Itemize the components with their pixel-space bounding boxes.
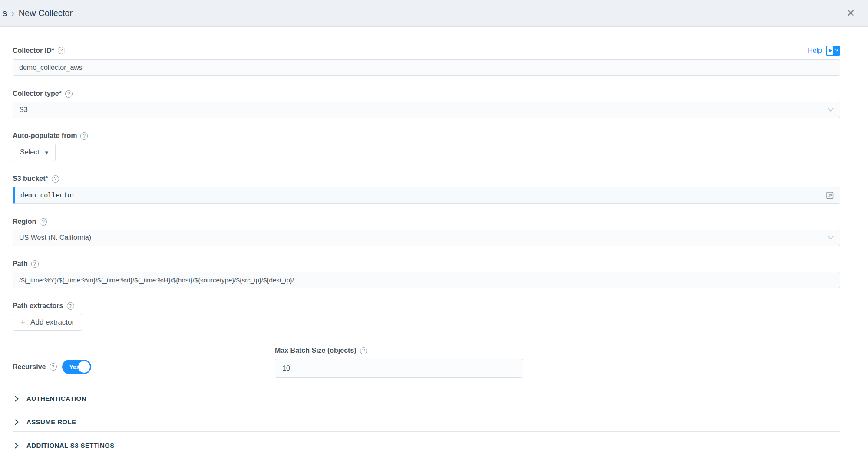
section-assume-role[interactable]: ASSUME ROLE [13, 413, 840, 432]
collector-type-label: Collector type* ? [13, 90, 73, 98]
auto-populate-label: Auto-populate from ? [13, 132, 88, 140]
s3-bucket-label: S3 bucket* ? [13, 175, 59, 183]
region-help-icon[interactable]: ? [40, 218, 47, 226]
section-authentication-label: AUTHENTICATION [26, 395, 86, 402]
recursive-label: Recursive ? [13, 363, 57, 371]
collector-id-input[interactable] [13, 59, 840, 76]
recursive-label-text: Recursive [13, 363, 46, 371]
collector-type-help-icon[interactable]: ? [65, 90, 73, 98]
toggle-knob [78, 361, 90, 373]
max-batch-size-label-text: Max Batch Size (objects) [275, 347, 356, 354]
add-extractor-label: Add extractor [30, 318, 74, 327]
help-link[interactable]: Help ? [808, 46, 840, 56]
chevron-right-icon [13, 419, 20, 425]
max-batch-size-field: Max Batch Size (objects) ? [275, 347, 523, 378]
plus-icon: + [20, 318, 25, 326]
collector-id-help-icon[interactable]: ? [58, 47, 65, 54]
help-panel-play-icon [827, 46, 833, 55]
form-body: Collector ID* ? Help ? Collector type* ? [0, 27, 868, 455]
path-extractors-help-icon[interactable]: ? [67, 302, 74, 310]
collector-type-label-text: Collector type* [13, 90, 62, 98]
auto-populate-select-button[interactable]: Select ▾ [13, 144, 56, 161]
s3-bucket-input[interactable] [13, 187, 840, 204]
expand-editor-icon[interactable] [825, 190, 835, 201]
path-help-icon[interactable]: ? [31, 260, 39, 268]
help-panel-icon: ? [826, 46, 840, 56]
breadcrumb: s › New Collector [3, 8, 73, 18]
auto-populate-select-label: Select [20, 148, 39, 156]
s3-bucket-label-text: S3 bucket* [13, 175, 48, 183]
path-label-text: Path [13, 260, 28, 268]
section-authentication[interactable]: AUTHENTICATION [13, 390, 840, 408]
section-assume-role-label: ASSUME ROLE [26, 418, 76, 426]
help-link-label: Help [808, 47, 822, 55]
chevron-right-icon [13, 443, 20, 449]
auto-populate-label-text: Auto-populate from [13, 132, 77, 140]
max-batch-size-label: Max Batch Size (objects) ? [275, 347, 367, 354]
path-label: Path ? [13, 260, 39, 268]
recursive-field: Recursive ? Yes [13, 360, 275, 378]
section-additional-s3-settings[interactable]: ADDITIONAL S3 SETTINGS [13, 436, 840, 455]
max-batch-size-input[interactable] [275, 359, 523, 378]
recursive-help-icon[interactable]: ? [50, 363, 57, 371]
section-additional-s3-settings-label: ADDITIONAL S3 SETTINGS [26, 442, 115, 449]
region-label-text: Region [13, 218, 36, 226]
max-batch-size-help-icon[interactable]: ? [360, 347, 367, 354]
auto-populate-help-icon[interactable]: ? [80, 132, 88, 140]
chevron-right-icon [13, 396, 20, 402]
add-extractor-button[interactable]: + Add extractor [13, 314, 82, 331]
s3-bucket-help-icon[interactable]: ? [52, 175, 59, 183]
help-panel-question-icon: ? [833, 46, 840, 56]
modal-header: s › New Collector ✕ [0, 0, 868, 27]
collector-type-value[interactable] [13, 102, 840, 118]
path-extractors-label: Path extractors ? [13, 302, 74, 310]
region-label: Region ? [13, 218, 47, 226]
region-select[interactable] [13, 230, 840, 246]
path-input[interactable] [13, 272, 840, 288]
breadcrumb-separator: › [11, 8, 14, 18]
page-title: New Collector [19, 8, 73, 18]
region-value[interactable] [13, 230, 840, 246]
collector-type-select[interactable] [13, 102, 840, 118]
recursive-toggle[interactable]: Yes [62, 360, 91, 374]
collector-id-label: Collector ID* ? [13, 47, 65, 55]
path-extractors-label-text: Path extractors [13, 302, 63, 310]
caret-down-icon: ▾ [45, 149, 48, 156]
collector-id-label-text: Collector ID* [13, 47, 54, 55]
close-icon[interactable]: ✕ [845, 7, 857, 20]
breadcrumb-parent-truncated[interactable]: s [3, 8, 7, 18]
